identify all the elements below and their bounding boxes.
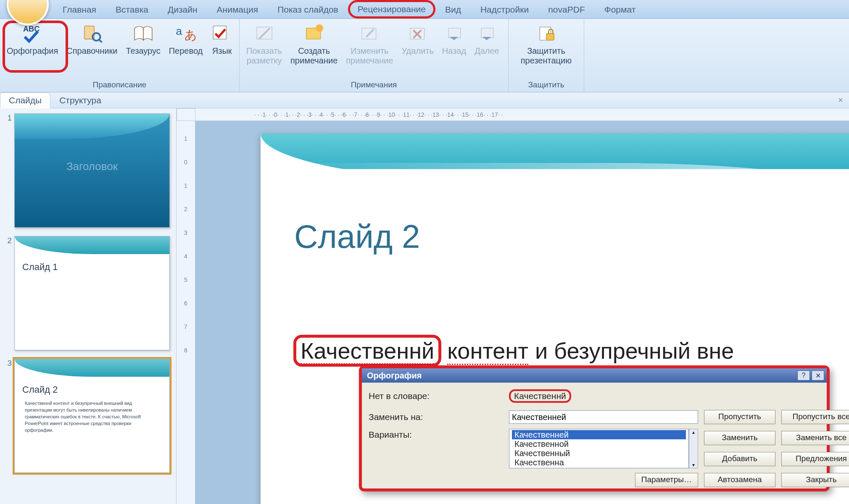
next-comment-button[interactable]: Далее <box>470 21 504 57</box>
next-icon <box>476 23 498 45</box>
lock-icon <box>535 23 557 45</box>
ribbon-tabs: Главная Вставка Дизайн Анимация Показ сл… <box>0 0 849 19</box>
svg-line-3 <box>99 39 102 42</box>
thesaurus-label: Тезаурус <box>126 46 160 56</box>
abc-check-icon: ABC <box>21 23 43 45</box>
language-button[interactable]: Язык <box>207 21 237 57</box>
autocorrect-button[interactable]: Автозамена <box>704 473 775 487</box>
spelling-label: Орфография <box>7 46 58 56</box>
tab-design[interactable]: Дизайн <box>158 0 207 18</box>
side-panel-tabs: Слайды Структура × <box>0 92 849 108</box>
delete-comment-button[interactable]: Удалить <box>397 21 438 57</box>
research-label: Справочники <box>66 46 117 56</box>
tab-view[interactable]: Вид <box>435 0 471 18</box>
dialog-titlebar[interactable]: Орфография ? ✕ <box>362 368 827 383</box>
svg-text:あ: あ <box>185 28 197 42</box>
dialog-close-icon[interactable]: ✕ <box>812 370 824 381</box>
tab-insert[interactable]: Вставка <box>106 0 158 18</box>
tab-home[interactable]: Главная <box>53 0 106 18</box>
list-item[interactable]: Качественной <box>512 439 686 449</box>
markup-icon <box>253 23 275 45</box>
translate-icon: aあ <box>175 23 197 45</box>
not-in-dictionary-value: Качественнй <box>509 389 571 403</box>
new-comment-icon <box>303 23 325 45</box>
thumb-number: 2 <box>3 236 12 245</box>
language-check-icon <box>211 23 233 45</box>
thumb-number: 1 <box>3 113 12 123</box>
dialog-help-icon[interactable]: ? <box>797 370 810 381</box>
listbox-scrollbar[interactable]: ▴▾ <box>689 429 698 468</box>
variants-label: Варианты: <box>369 430 503 440</box>
svg-rect-12 <box>448 28 461 38</box>
tab-format[interactable]: Формат <box>595 0 646 18</box>
svg-point-9 <box>316 24 323 32</box>
variants-listbox[interactable]: Качественней Качественной Качественный К… <box>509 429 689 468</box>
slide-text: и безупречный вне <box>535 338 734 364</box>
change-all-button[interactable]: Заменить все <box>781 431 849 445</box>
prev-comment-button[interactable]: Назад <box>438 21 470 57</box>
research-button[interactable]: Справочники <box>62 21 121 57</box>
group-protect-label: Защитить <box>509 79 584 92</box>
edit-comment-button[interactable]: Изменить примечание <box>342 21 397 67</box>
not-in-dictionary-label: Нет в словаре: <box>369 391 503 401</box>
add-button[interactable]: Добавить <box>704 452 775 466</box>
dialog-title: Орфография <box>367 371 422 381</box>
svg-rect-15 <box>546 34 554 40</box>
list-item[interactable]: Качественней <box>512 430 686 439</box>
close-button[interactable]: Закрыть <box>781 473 849 487</box>
open-book-icon <box>132 23 154 45</box>
spelling-button[interactable]: ABC Орфография <box>3 21 62 57</box>
change-button[interactable]: Заменить <box>704 431 775 445</box>
misspelled-word[interactable]: Качественнй <box>301 338 434 365</box>
tab-animation[interactable]: Анимация <box>207 0 268 18</box>
svg-rect-13 <box>481 28 493 38</box>
thumb-2[interactable]: Слайд 1 <box>14 236 170 350</box>
show-markup-button[interactable]: Показать разметку <box>242 21 286 67</box>
replace-with-label: Заменить на: <box>369 412 503 422</box>
group-comments-label: Примечания <box>240 79 508 92</box>
replace-with-input[interactable] <box>509 410 698 424</box>
suggest-button[interactable]: Предложения <box>781 452 849 466</box>
ignore-button[interactable]: Пропустить <box>704 410 775 424</box>
svg-text:a: a <box>176 25 182 37</box>
translate-button[interactable]: aあ Перевод <box>165 21 207 57</box>
thumb-1-title: Заголовок <box>15 160 169 173</box>
protect-button[interactable]: Защитить презентацию <box>517 21 576 67</box>
ignore-all-button[interactable]: Пропустить все <box>781 410 849 424</box>
panel-tab-outline[interactable]: Структура <box>50 92 110 108</box>
thumb-1[interactable]: Заголовок <box>14 113 170 228</box>
panel-close-icon[interactable]: × <box>838 95 843 105</box>
tab-review[interactable]: Рецензирование <box>348 0 435 18</box>
book-magnify-icon <box>81 23 103 45</box>
slide-body-line[interactable]: Качественнй контент и безупречный вне <box>294 337 734 365</box>
edit-comment-icon <box>359 23 380 45</box>
panel-tab-slides[interactable]: Слайды <box>0 92 50 108</box>
tab-addins[interactable]: Надстройки <box>471 0 538 18</box>
thumbnails-panel[interactable]: 1 Заголовок 2 Слайд 1 3 Слайд 2 Качест <box>0 108 177 504</box>
ruler-corner <box>177 108 195 121</box>
ruler-horizontal[interactable]: · · ·1· · ·0· · ·1· · ·2· · ·3· · ·4· · … <box>195 108 849 121</box>
slide-title[interactable]: Слайд 2 <box>294 218 420 256</box>
thumb-number: 3 <box>3 359 12 368</box>
list-item[interactable]: Качественный <box>512 449 686 458</box>
prev-icon <box>443 23 465 45</box>
tab-slideshow[interactable]: Показ слайдов <box>268 0 348 18</box>
tab-novapdf[interactable]: novaPDF <box>538 0 595 18</box>
thumb-3[interactable]: Слайд 2 Качественнй контент и безупречны… <box>14 359 170 473</box>
thesaurus-button[interactable]: Тезаурус <box>121 21 164 57</box>
translate-label: Перевод <box>169 46 203 56</box>
spelling-dialog[interactable]: Орфография ? ✕ Нет в словаре: Качественн… <box>359 365 830 491</box>
ruler-vertical[interactable]: 1012345678 <box>177 121 195 504</box>
new-comment-button[interactable]: Создать примечание <box>286 21 342 67</box>
thumb-3-body: Качественнй контент и безупречный внешни… <box>25 400 159 434</box>
delete-icon <box>407 23 429 45</box>
options-button[interactable]: Параметры… <box>635 473 698 487</box>
group-proofing-label: Правописание <box>0 79 239 92</box>
list-item[interactable]: Качественна <box>512 458 686 467</box>
language-label: Язык <box>212 46 232 56</box>
ribbon-body: ABC Орфография Справочники Тезаурус aあ П… <box>0 19 849 92</box>
slide-text: контент <box>447 338 528 365</box>
